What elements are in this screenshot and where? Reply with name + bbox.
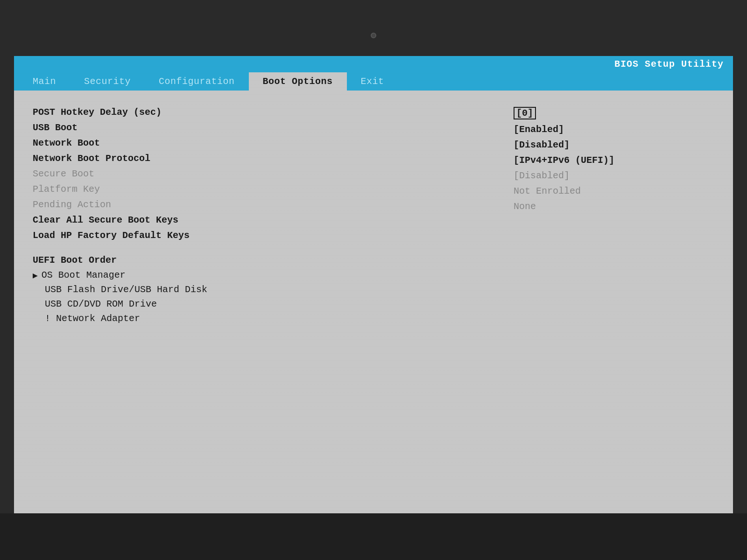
setting-row-platform-key[interactable]: Platform Key	[33, 182, 481, 197]
bios-title: BIOS Setup Utility	[614, 59, 724, 70]
setting-label-clear-keys: Clear All Secure Boot Keys	[33, 215, 178, 225]
setting-row-network-boot[interactable]: Network Boot	[33, 135, 481, 151]
value-row-network-boot: [Disabled]	[514, 137, 719, 153]
value-row-usb-boot: [Enabled]	[514, 122, 719, 137]
arrow-icon-os-boot: ▶	[33, 270, 38, 280]
boot-order-item-os-boot-manager[interactable]: ▶ OS Boot Manager	[33, 268, 481, 282]
value-row-pending-action: None	[514, 199, 719, 214]
setting-label-secure-boot: Secure Boot	[33, 168, 94, 179]
setting-value-network-boot: [Disabled]	[514, 140, 570, 150]
setting-value-network-boot-protocol: [IPv4+IPv6 (UEFI)]	[514, 155, 614, 166]
menu-item-exit[interactable]: Exit	[347, 72, 398, 91]
bios-screen: BIOS Setup Utility Main Security Configu…	[14, 56, 733, 513]
boot-order-label-network-adapter: ! Network Adapter	[45, 313, 140, 324]
boot-order-label-usb-flash: USB Flash Drive/USB Hard Disk	[45, 284, 207, 295]
setting-row-network-boot-protocol[interactable]: Network Boot Protocol	[33, 151, 481, 166]
value-box-post-hotkey: [0]	[514, 107, 536, 119]
setting-value-pending-action: None	[514, 201, 536, 212]
menu-bar: Main Security Configuration Boot Options…	[14, 72, 733, 91]
settings-labels-panel: POST Hotkey Delay (sec) USB Boot Network…	[14, 100, 500, 504]
camera-dot	[371, 33, 376, 38]
setting-value-post-hotkey: [0]	[514, 107, 536, 119]
settings-values-panel: [0] [Enabled] [Disabled] [IPv4+IPv6 (UEF…	[500, 100, 733, 504]
boot-order-label-usb-cddvd: USB CD/DVD ROM Drive	[45, 299, 157, 309]
boot-order-label-os-boot-manager: OS Boot Manager	[42, 270, 126, 280]
setting-value-secure-boot: [Disabled]	[514, 170, 570, 181]
setting-row-post-hotkey[interactable]: POST Hotkey Delay (sec)	[33, 105, 481, 120]
setting-value-usb-boot: [Enabled]	[514, 124, 564, 135]
setting-label-platform-key: Platform Key	[33, 184, 100, 195]
setting-row-load-keys[interactable]: Load HP Factory Default Keys	[33, 228, 481, 243]
setting-label-load-keys: Load HP Factory Default Keys	[33, 230, 190, 241]
menu-item-main[interactable]: Main	[19, 72, 70, 91]
setting-row-usb-boot[interactable]: USB Boot	[33, 120, 481, 135]
menu-item-boot-options[interactable]: Boot Options	[249, 72, 347, 91]
boot-order-section-label: UEFI Boot Order	[33, 252, 481, 268]
monitor-bezel: BIOS Setup Utility Main Security Configu…	[0, 0, 747, 560]
value-row-secure-boot: [Disabled]	[514, 168, 719, 183]
setting-row-secure-boot[interactable]: Secure Boot	[33, 166, 481, 182]
setting-label-pending-action: Pending Action	[33, 199, 111, 210]
spacer	[33, 243, 481, 252]
boot-order-item-usb-flash[interactable]: USB Flash Drive/USB Hard Disk	[33, 282, 481, 297]
setting-row-pending-action[interactable]: Pending Action	[33, 197, 481, 212]
menu-item-configuration[interactable]: Configuration	[145, 72, 249, 91]
setting-label-network-boot: Network Boot	[33, 138, 100, 148]
value-row-platform-key: Not Enrolled	[514, 183, 719, 199]
bios-content: POST Hotkey Delay (sec) USB Boot Network…	[14, 91, 733, 513]
setting-label-post-hotkey: POST Hotkey Delay (sec)	[33, 107, 162, 118]
menu-item-security[interactable]: Security	[70, 72, 145, 91]
setting-row-clear-keys[interactable]: Clear All Secure Boot Keys	[33, 212, 481, 228]
value-row-post-hotkey: [0]	[514, 105, 719, 122]
setting-label-usb-boot: USB Boot	[33, 122, 78, 133]
setting-value-platform-key: Not Enrolled	[514, 186, 581, 196]
bottom-bezel	[0, 513, 747, 560]
boot-order-item-usb-cddvd[interactable]: USB CD/DVD ROM Drive	[33, 297, 481, 311]
value-row-network-boot-protocol: [IPv4+IPv6 (UEFI)]	[514, 153, 719, 168]
bios-title-bar: BIOS Setup Utility	[14, 56, 733, 72]
setting-label-network-boot-protocol: Network Boot Protocol	[33, 153, 150, 164]
boot-order-item-network-adapter[interactable]: ! Network Adapter	[33, 311, 481, 326]
